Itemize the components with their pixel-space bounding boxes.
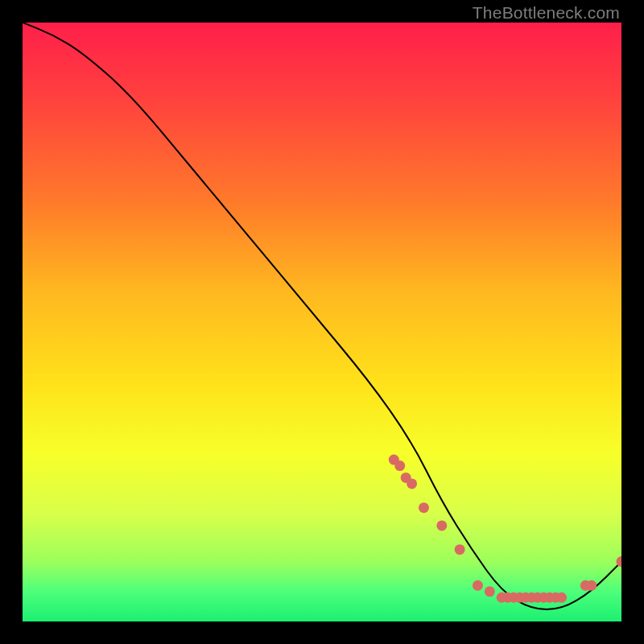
plot-area [23, 23, 621, 621]
chart-frame: TheBottleneck.com [0, 0, 644, 644]
watermark-text: TheBottleneck.com [473, 3, 620, 23]
gradient-background [23, 23, 621, 621]
